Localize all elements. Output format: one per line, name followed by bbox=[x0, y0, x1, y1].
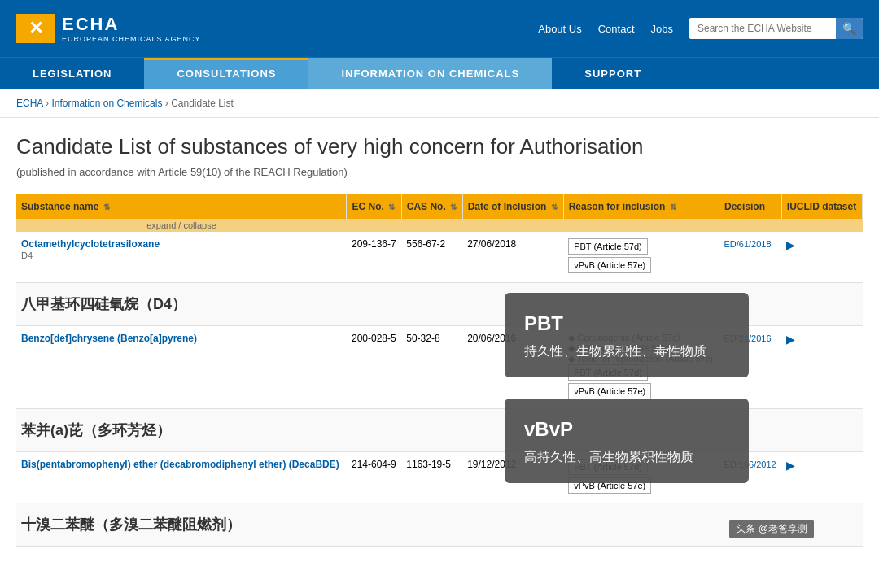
col-date[interactable]: Date of Inclusion ⇅ bbox=[462, 194, 563, 219]
tooltip-vbvp: vBvP 高持久性、高生物累积性物质 bbox=[505, 399, 749, 483]
cas-2: 50-32-8 bbox=[401, 326, 462, 409]
reason-box-vpvb: vPvB (Article 57e) bbox=[568, 257, 651, 273]
nav-consultations[interactable]: CONSULTATIONS bbox=[144, 58, 308, 89]
jobs-link[interactable]: Jobs bbox=[651, 23, 673, 35]
col-ec[interactable]: EC No. ⇅ bbox=[347, 194, 401, 219]
breadcrumb: ECHA › Information on Chemicals › Candid… bbox=[0, 89, 879, 118]
site-header: ✕ ECHA EUROPEAN CHEMICALS AGENCY About U… bbox=[0, 0, 879, 57]
substance-link-1[interactable]: Octamethylcyclotetrasiloxane bbox=[21, 238, 160, 250]
nav-legislation[interactable]: LEGISLATION bbox=[0, 58, 144, 89]
substance-name-cell-2: Benzo[def]chrysene (Benzo[a]pyrene) bbox=[16, 326, 347, 409]
substance-link-3[interactable]: Bis(pentabromophenyl) ether (decabromodi… bbox=[21, 459, 339, 470]
ec-2: 200-028-5 bbox=[347, 326, 401, 409]
nav-support[interactable]: SUPPORT bbox=[552, 58, 674, 89]
decision-1: ED/61/2018 bbox=[719, 232, 781, 283]
page-title: Candidate List of substances of very hig… bbox=[16, 134, 863, 159]
logo-icon: ✕ bbox=[28, 18, 43, 39]
nav-information-chemicals[interactable]: INFORMATION ON CHEMICALS bbox=[308, 58, 552, 89]
substance-sub-1: D4 bbox=[21, 250, 33, 260]
reason-box-pbt: PBT (Article 57d) bbox=[568, 238, 648, 255]
tooltip-vbvp-term: vBvP bbox=[524, 415, 729, 444]
date-1: 27/06/2018 bbox=[462, 232, 563, 283]
header-right: About Us Contact Jobs 🔍 bbox=[538, 18, 863, 39]
table-row: Octamethylcyclotetrasiloxane D4 209-136-… bbox=[16, 232, 863, 283]
ec-1: 209-136-7 bbox=[347, 232, 401, 283]
tooltip-pbt-term: PBT bbox=[524, 309, 729, 338]
expand-collapse[interactable]: expand / collapse bbox=[16, 219, 347, 232]
tooltip-pbt: PBT 持久性、生物累积性、毒性物质 bbox=[505, 293, 749, 377]
echa-label: ECHA bbox=[62, 14, 201, 35]
col-substance[interactable]: Substance name ⇅ bbox=[16, 194, 347, 219]
logo-area: ✕ ECHA EUROPEAN CHEMICALS AGENCY bbox=[16, 14, 201, 43]
page-subtitle: (published in accordance with Article 59… bbox=[16, 166, 863, 178]
search-box: 🔍 bbox=[689, 18, 863, 39]
search-button[interactable]: 🔍 bbox=[836, 18, 863, 39]
iuclid-3[interactable]: ▶ bbox=[781, 452, 862, 503]
iuclid-2[interactable]: ▶ bbox=[781, 326, 862, 409]
breadcrumb-current: Candidate List bbox=[171, 98, 234, 109]
cas-3: 1163-19-5 bbox=[401, 452, 462, 503]
col-decision: Decision bbox=[719, 194, 781, 219]
agency-label: EUROPEAN CHEMICALS AGENCY bbox=[62, 35, 201, 43]
header-links: About Us Contact Jobs bbox=[538, 23, 673, 35]
col-cas[interactable]: CAS No. ⇅ bbox=[401, 194, 462, 219]
about-link[interactable]: About Us bbox=[538, 23, 581, 35]
substance-link-2[interactable]: Benzo[def]chrysene (Benzo[a]pyrene) bbox=[21, 333, 197, 344]
cas-1: 556-67-2 bbox=[401, 232, 462, 283]
ec-3: 214-604-9 bbox=[347, 452, 401, 503]
decision-link-1[interactable]: ED/61/2018 bbox=[724, 239, 771, 249]
col-reason[interactable]: Reason for inclusion ⇅ bbox=[563, 194, 719, 219]
tooltip-vbvp-desc: 高持久性、高生物累积性物质 bbox=[524, 447, 729, 467]
substance-name-cell-3: Bis(pentabromophenyl) ether (decabromodi… bbox=[16, 452, 347, 503]
tooltip-pbt-desc: 持久性、生物累积性、毒性物质 bbox=[524, 342, 729, 361]
breadcrumb-info-chemicals[interactable]: Information on Chemicals bbox=[51, 98, 162, 109]
substance-name-cell: Octamethylcyclotetrasiloxane D4 bbox=[16, 232, 347, 283]
logo-text: ECHA EUROPEAN CHEMICALS AGENCY bbox=[62, 14, 201, 43]
logo-box: ✕ bbox=[16, 14, 55, 43]
reason-box-vpvb2: vPvB (Article 57e) bbox=[568, 383, 651, 399]
breadcrumb-echa[interactable]: ECHA bbox=[16, 98, 43, 109]
iuclid-1[interactable]: ▶ bbox=[781, 232, 862, 283]
contact-link[interactable]: Contact bbox=[598, 23, 635, 35]
main-nav: LEGISLATION CONSULTATIONS INFORMATION ON… bbox=[0, 57, 879, 89]
search-input[interactable] bbox=[689, 19, 836, 38]
watermark: 头条 @老爸享测 bbox=[729, 520, 814, 538]
col-iuclid: IUCLID dataset bbox=[781, 194, 862, 219]
reason-1: PBT (Article 57d) vPvB (Article 57e) bbox=[563, 232, 719, 283]
